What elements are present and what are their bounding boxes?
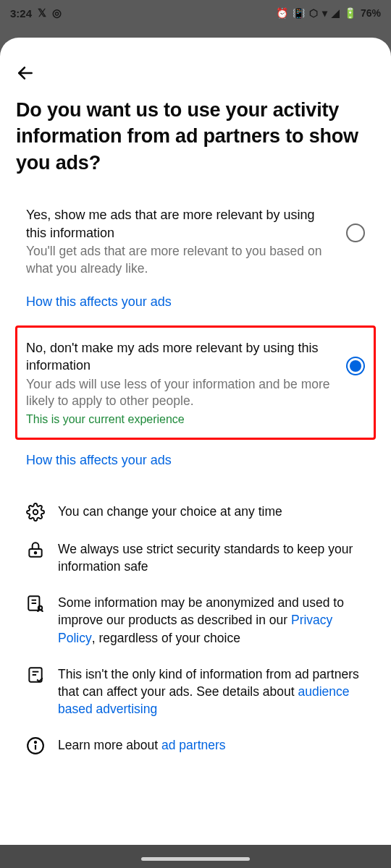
svg-point-3 [35, 552, 37, 554]
doc-user-icon [26, 594, 45, 613]
battery-percent: 76% [361, 7, 381, 19]
option-yes-desc: You'll get ads that are more relevant to… [26, 243, 335, 277]
svg-point-13 [35, 741, 36, 743]
option-no[interactable]: No, don't make my ads more relevant by u… [15, 326, 376, 440]
x-icon: 𝕏 [38, 7, 46, 20]
battery-icon: 🔋 [344, 7, 356, 19]
info-security-text: We always use strict security standards … [58, 540, 365, 575]
signal-icon: ◢ [332, 7, 340, 19]
info-anonymized-text: Some information may be anonymized and u… [58, 594, 365, 646]
home-indicator[interactable] [141, 857, 250, 861]
gear-icon [26, 503, 45, 522]
ad-partners-link[interactable]: ad partners [161, 738, 226, 752]
status-time: 3:24 [10, 7, 32, 20]
app-icon: ◎ [52, 7, 62, 20]
info-list: You can change your choice at any time W… [16, 503, 375, 755]
page-title: Do you want us to use your activity info… [16, 97, 375, 176]
info-other: This isn't the only kind of information … [26, 665, 365, 718]
settings-sheet: Do you want us to use your activity info… [0, 38, 391, 868]
lock-icon [26, 540, 45, 559]
info-change: You can change your choice at any time [26, 503, 365, 522]
option-no-desc: Your ads will use less of your informati… [26, 376, 335, 410]
info-learn: Learn more about ad partners [26, 736, 365, 755]
info-icon [26, 736, 45, 755]
info-change-text: You can change your choice at any time [58, 503, 365, 520]
alarm-icon: ⏰ [276, 7, 288, 19]
info-anonymized: Some information may be anonymized and u… [26, 594, 365, 646]
nav-bar [0, 845, 391, 868]
svg-point-1 [33, 510, 38, 515]
info-learn-text: Learn more about ad partners [58, 736, 365, 754]
option-yes[interactable]: Yes, show me ads that are more relevant … [16, 202, 375, 284]
link-affects-yes[interactable]: How this affects your ads [16, 284, 375, 326]
current-experience-note: This is your current experience [26, 413, 335, 426]
vibrate-icon: 📳 [293, 7, 305, 19]
back-button[interactable] [16, 64, 35, 82]
info-other-text: This isn't the only kind of information … [58, 665, 365, 718]
doc-check-icon [26, 665, 45, 684]
info-security: We always use strict security standards … [26, 540, 365, 575]
shield-icon: ⬡ [309, 7, 318, 19]
status-bar: 3:24 𝕏 ◎ ⏰ 📳 ⬡ ▾ ◢ 🔋 76% [0, 0, 391, 26]
wifi-icon: ▾ [322, 7, 327, 19]
option-no-title: No, don't make my ads more relevant by u… [26, 339, 335, 375]
option-yes-title: Yes, show me ads that are more relevant … [26, 206, 335, 242]
radio-no[interactable] [346, 357, 365, 375]
radio-yes[interactable] [346, 224, 365, 242]
link-affects-no[interactable]: How this affects your ads [16, 440, 375, 484]
